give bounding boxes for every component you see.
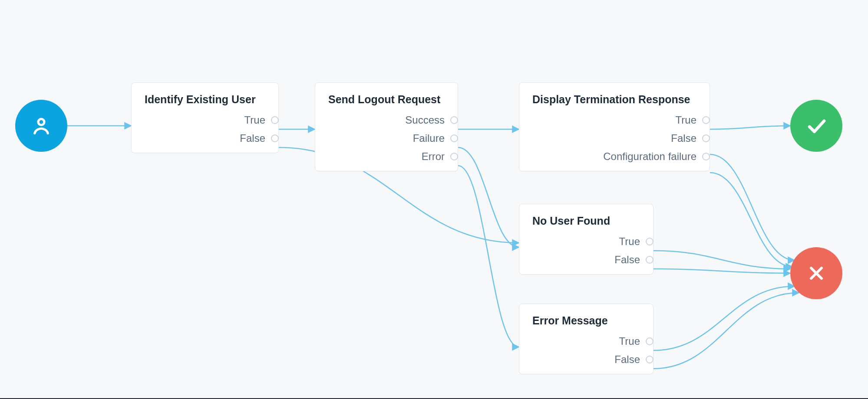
edge [710,173,792,267]
node-title: Send Logout Request [328,93,445,106]
output-label: False [671,132,696,144]
output-port[interactable] [646,238,653,245]
output-port[interactable] [271,116,279,124]
output-row[interactable]: True [619,335,640,348]
output-port[interactable] [450,134,458,142]
node-no-user-found[interactable]: No User Found True False [519,204,653,275]
node-title: No User Found [532,215,640,227]
output-row[interactable]: True [676,114,696,127]
success-node[interactable] [790,100,842,152]
output-row[interactable]: False [671,132,696,145]
output-row[interactable]: False [614,253,640,266]
output-row[interactable]: Failure [413,132,445,145]
output-row[interactable]: False [614,353,640,366]
node-title: Error Message [532,314,640,327]
edge [653,293,799,369]
node-display-termination-response[interactable]: Display Termination Response True False … [519,82,710,171]
output-label: True [619,335,640,347]
output-label: Error [422,150,445,163]
error-node[interactable] [790,247,842,299]
edge [653,286,795,350]
output-port[interactable] [646,256,653,264]
node-error-message[interactable]: Error Message True False [519,304,653,374]
edge [653,269,790,273]
edge [458,147,519,247]
check-icon [805,114,828,137]
output-label: Configuration failure [603,150,696,163]
output-label: True [676,114,696,126]
output-label: False [240,132,265,144]
edge [710,154,795,260]
output-row[interactable]: Error [422,150,445,163]
edge [710,126,790,129]
node-send-logout-request[interactable]: Send Logout Request Success Failure Erro… [315,82,458,171]
output-port[interactable] [271,134,279,142]
output-row[interactable]: True [244,114,265,127]
output-label: False [614,254,640,266]
node-title: Identify Existing User [145,93,265,106]
output-port[interactable] [646,356,653,363]
edge [653,251,790,269]
person-icon [30,114,53,137]
output-label: True [244,114,265,126]
output-label: True [619,235,640,248]
node-identify-existing-user[interactable]: Identify Existing User True False [131,82,279,153]
output-port[interactable] [702,116,710,124]
flow-canvas[interactable]: Identify Existing User True False Send L… [0,0,868,399]
node-title: Display Termination Response [532,93,696,106]
output-label: Failure [413,132,445,144]
output-row[interactable]: False [240,132,265,145]
output-port[interactable] [450,116,458,124]
output-port[interactable] [702,153,710,160]
output-row[interactable]: Configuration failure [603,150,696,163]
output-row[interactable]: True [619,235,640,248]
output-port[interactable] [702,134,710,142]
start-node[interactable] [15,100,67,152]
output-port[interactable] [646,337,653,345]
edge [458,166,519,347]
edges-layer [0,0,868,399]
output-row[interactable]: Success [405,114,445,127]
output-label: Success [405,114,445,126]
output-port[interactable] [450,153,458,160]
svg-point-0 [38,119,44,125]
output-label: False [614,353,640,366]
x-icon [806,263,827,284]
